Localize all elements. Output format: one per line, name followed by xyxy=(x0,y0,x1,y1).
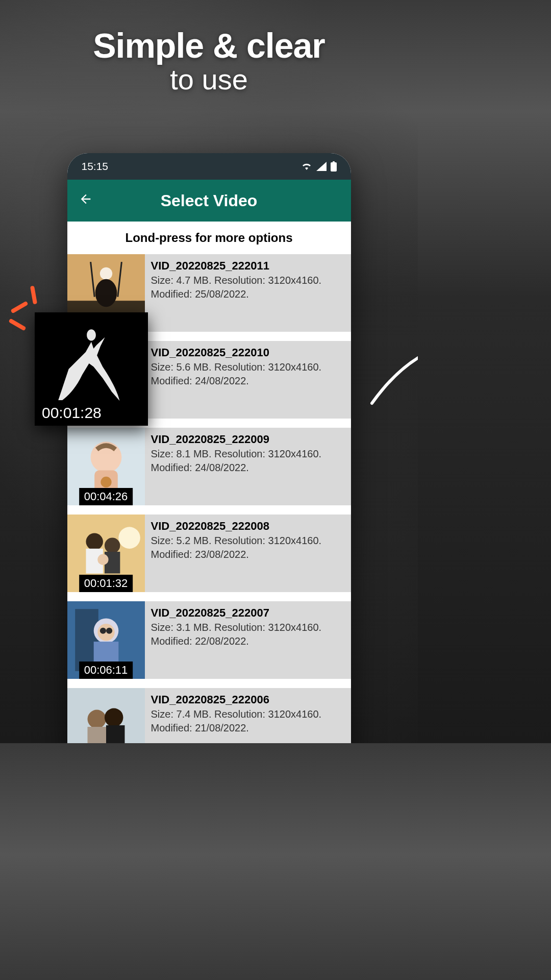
svg-rect-28 xyxy=(87,727,106,743)
video-details: Size: 4.7 MB. Resolution: 3120x4160. Mod… xyxy=(151,274,345,301)
video-details: Size: 7.4 MB. Resolution: 3120x4160. Mod… xyxy=(151,707,345,735)
video-details: Size: 8.1 MB. Resolution: 3120x4160. Mod… xyxy=(151,447,345,475)
status-icons xyxy=(301,161,337,172)
video-thumbnail: 00:04:26 xyxy=(67,428,145,505)
list-item[interactable]: 00:01:32 VID_20220825_222008 Size: 5.2 M… xyxy=(67,514,351,592)
promo-headline: Simple & clear to use xyxy=(0,26,418,96)
promo-line-2: to use xyxy=(0,63,418,96)
video-meta: VID_20220825_222011 Size: 4.7 MB. Resolu… xyxy=(145,254,351,332)
thumb-couple-icon xyxy=(67,688,145,743)
video-thumbnail: 00:06:11 xyxy=(67,601,145,679)
promo-line-1: Simple & clear xyxy=(0,26,418,65)
svg-point-27 xyxy=(104,708,122,727)
video-filename: VID_20220825_222011 xyxy=(151,259,345,273)
video-filename: VID_20220825_222007 xyxy=(151,606,345,620)
video-duration: 00:01:32 xyxy=(79,575,133,592)
svg-point-15 xyxy=(104,538,119,553)
svg-point-21 xyxy=(97,624,114,641)
app-bar-title: Select Video xyxy=(161,191,258,210)
video-thumbnail xyxy=(67,688,145,743)
svg-rect-29 xyxy=(106,725,124,743)
battery-icon xyxy=(331,161,337,172)
video-duration: 00:04:26 xyxy=(79,488,133,505)
svg-point-13 xyxy=(86,533,103,550)
list-item[interactable]: VID_20220825_222006 Size: 7.4 MB. Resolu… xyxy=(67,688,351,743)
video-filename: VID_20220825_222009 xyxy=(151,433,345,446)
status-time: 15:15 xyxy=(82,160,109,173)
video-thumbnail: 00:01:32 xyxy=(67,514,145,592)
wifi-icon xyxy=(301,162,312,171)
hint-text: Lond-press for more options xyxy=(67,222,351,254)
video-meta: VID_20220825_222009 Size: 8.1 MB. Resolu… xyxy=(145,428,351,505)
video-meta: VID_20220825_222010 Size: 5.6 MB. Resolu… xyxy=(145,341,351,419)
phone-frame: 15:15 Select Video Lond-press for more o… xyxy=(67,153,351,743)
back-arrow-icon[interactable] xyxy=(79,191,93,210)
app-bar: Select Video xyxy=(67,180,351,222)
status-bar: 15:15 xyxy=(67,153,351,180)
svg-point-5 xyxy=(95,279,117,307)
svg-rect-1 xyxy=(333,161,335,163)
curve-decoration xyxy=(367,347,418,408)
video-filename: VID_20220825_222006 xyxy=(151,693,345,706)
video-meta: VID_20220825_222006 Size: 7.4 MB. Resolu… xyxy=(145,688,351,743)
video-filename: VID_20220825_222010 xyxy=(151,346,345,359)
preview-duration: 00:01:28 xyxy=(35,400,109,426)
video-meta: VID_20220825_222008 Size: 5.2 MB. Resolu… xyxy=(145,514,351,592)
svg-point-17 xyxy=(97,554,108,565)
svg-point-12 xyxy=(118,527,140,549)
video-filename: VID_20220825_222008 xyxy=(151,520,345,533)
svg-point-22 xyxy=(99,628,106,634)
video-duration: 00:06:11 xyxy=(79,662,133,679)
svg-point-26 xyxy=(87,710,106,728)
preview-popout: 00:01:28 xyxy=(35,312,148,426)
svg-point-10 xyxy=(101,477,111,487)
svg-point-4 xyxy=(99,267,112,280)
video-details: Size: 5.2 MB. Resolution: 3120x4160. Mod… xyxy=(151,534,345,561)
list-item[interactable]: 00:06:11 VID_20220825_222007 Size: 3.1 M… xyxy=(67,601,351,679)
signal-icon xyxy=(316,162,327,171)
list-item[interactable]: 00:04:26 VID_20220825_222009 Size: 8.1 M… xyxy=(67,428,351,505)
video-details: Size: 3.1 MB. Resolution: 3120x4160. Mod… xyxy=(151,621,345,648)
video-meta: VID_20220825_222007 Size: 3.1 MB. Resolu… xyxy=(145,601,351,679)
svg-rect-0 xyxy=(331,162,337,172)
video-details: Size: 5.6 MB. Resolution: 3120x4160. Mod… xyxy=(151,360,345,388)
svg-point-23 xyxy=(106,628,112,634)
